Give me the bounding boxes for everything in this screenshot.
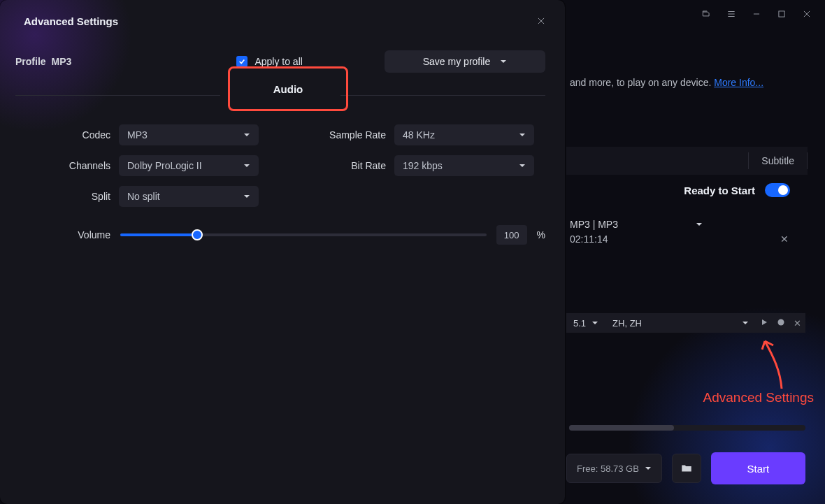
- apply-to-all[interactable]: Apply to all: [236, 56, 302, 67]
- settings-wrench-icon[interactable]: [773, 318, 789, 329]
- caret-down-icon: [243, 160, 250, 171]
- caret-down-icon: [243, 191, 250, 202]
- disk-free-button[interactable]: Free: 58.73 GB: [566, 454, 662, 483]
- remove-stream-icon[interactable]: ✕: [789, 318, 805, 329]
- volume-slider-thumb[interactable]: [192, 229, 203, 240]
- ready-to-start: Ready to Start: [684, 183, 790, 197]
- section-audio-label: Audio: [273, 83, 303, 95]
- menu-icon[interactable]: [726, 8, 737, 20]
- samplerate-value: 48 KHz: [403, 129, 435, 141]
- volume-row: Volume 100 %: [15, 225, 545, 245]
- output-folder-button[interactable]: [672, 454, 701, 483]
- bitrate-value: 192 kbps: [403, 160, 443, 171]
- volume-slider[interactable]: [120, 228, 487, 242]
- bg-stream-channels[interactable]: 5.1: [566, 318, 605, 329]
- start-button[interactable]: Start: [711, 452, 805, 484]
- profile-label: Profile: [15, 56, 46, 67]
- disk-free-label: Free: 58.73 GB: [577, 463, 639, 474]
- split-label: Split: [15, 191, 110, 202]
- channels-value: Dolby ProLogic II: [127, 160, 202, 171]
- bitrate-select[interactable]: 192 kbps: [394, 155, 534, 176]
- split-select[interactable]: No split: [119, 186, 259, 207]
- profile-value: MP3: [52, 56, 72, 67]
- caret-down-icon: [591, 318, 598, 329]
- bitrate-label: Bit Rate: [267, 160, 386, 171]
- caret-down-icon: [519, 129, 526, 141]
- app-window: and more, to play on any device. More In…: [0, 0, 825, 504]
- save-profile-label: Save my profile: [423, 56, 490, 67]
- bg-duration: 02:11:14: [570, 233, 608, 245]
- bg-output-profile-value: MP3 | MP3: [570, 219, 618, 230]
- bg-tab-row: Subtitle: [566, 147, 808, 175]
- apply-to-all-label: Apply to all: [254, 56, 302, 67]
- caret-down-icon: [645, 463, 652, 474]
- bg-output-profile[interactable]: MP3 | MP3: [570, 215, 710, 233]
- caret-down-icon: [243, 129, 250, 141]
- ready-toggle[interactable]: [765, 183, 790, 197]
- bg-row-remove-icon[interactable]: ✕: [780, 233, 789, 245]
- more-info-link[interactable]: More Info...: [714, 77, 763, 88]
- maximize-icon[interactable]: [776, 8, 787, 20]
- svg-point-1: [778, 319, 784, 325]
- bg-stream-lang-value: ZH, ZH: [612, 318, 642, 329]
- caret-down-icon: [696, 219, 703, 230]
- ready-label: Ready to Start: [684, 185, 755, 196]
- titlebar: [688, 0, 825, 28]
- audio-form: Codec MP3 Sample Rate 48 KHz Channels Do…: [15, 124, 545, 245]
- theme-icon[interactable]: [701, 8, 712, 20]
- volume-value[interactable]: 100: [496, 225, 527, 245]
- bg-teaser-text: and more, to play on any device.: [570, 77, 714, 88]
- codec-value: MP3: [127, 129, 148, 141]
- modal-title: Advanced Settings: [24, 15, 118, 27]
- apply-to-all-checkbox[interactable]: [236, 56, 248, 67]
- codec-label: Codec: [15, 129, 110, 141]
- bg-stream-channels-value: 5.1: [573, 318, 586, 329]
- tab-separator: [807, 152, 808, 169]
- channels-select[interactable]: Dolby ProLogic II: [119, 155, 259, 176]
- save-profile-button[interactable]: Save my profile: [385, 50, 545, 73]
- bg-footer: Free: 58.73 GB Start: [566, 452, 805, 484]
- channels-label: Channels: [15, 160, 110, 171]
- caret-down-icon: [500, 56, 507, 67]
- caret-down-icon: [742, 318, 749, 329]
- svg-rect-0: [779, 11, 784, 17]
- window-close-icon[interactable]: [801, 8, 812, 20]
- play-icon[interactable]: [756, 318, 773, 329]
- bg-scrollbar[interactable]: [569, 425, 805, 431]
- caret-down-icon: [519, 160, 526, 171]
- volume-label: Volume: [15, 229, 110, 240]
- split-value: No split: [127, 191, 160, 202]
- tab-subtitle[interactable]: Subtitle: [749, 155, 807, 166]
- bg-teaser: and more, to play on any device. More In…: [570, 77, 763, 88]
- modal-close-icon[interactable]: [534, 14, 548, 28]
- advanced-settings-modal: Advanced Settings Profile MP3 Apply to a…: [0, 0, 565, 504]
- samplerate-select[interactable]: 48 KHz: [394, 124, 534, 145]
- annotation-label: Advanced Settings: [703, 390, 814, 405]
- samplerate-label: Sample Rate: [267, 129, 386, 141]
- section-audio-highlight: Audio: [228, 66, 348, 111]
- volume-unit: %: [537, 229, 545, 240]
- minimize-icon[interactable]: [751, 8, 762, 20]
- start-button-label: Start: [747, 463, 770, 475]
- bg-stream-row: 5.1 ZH, ZH ✕: [566, 313, 805, 333]
- bg-stream-lang[interactable]: ZH, ZH: [605, 318, 756, 329]
- codec-select[interactable]: MP3: [119, 124, 259, 145]
